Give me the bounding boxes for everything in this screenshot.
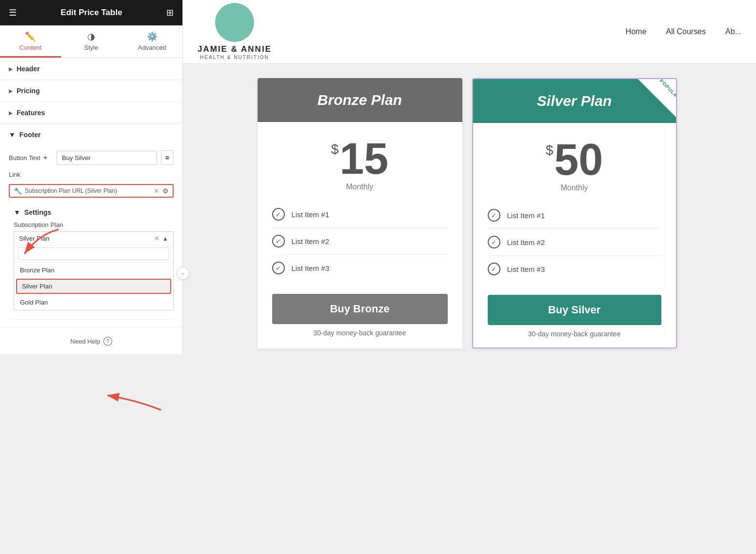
panel-collapse-button[interactable]: ‹ [177,267,189,280]
dropdown-item-gold[interactable]: Gold Plan [14,295,173,310]
bronze-price-amount: $ 15 [331,137,389,181]
footer-body: Button Text ✦ ≡ Link 🔧 Subscription Plan… [0,145,182,328]
bronze-price-number: 15 [339,137,388,181]
silver-feature-3-text: List Item #3 [507,265,545,273]
panel-title: Edit Price Table [60,8,122,18]
bronze-feature-3: ✓ List Item #3 [272,255,448,281]
settings-header[interactable]: ▼ Settings [9,204,174,221]
silver-feature-3: ✓ List Item #3 [488,256,661,282]
check-icon: ✓ [488,263,500,275]
check-icon: ✓ [272,208,285,221]
header-label: Header [17,65,40,73]
settings-body: Subscription Plan Silver Plan ✕ ▲ [9,221,174,319]
bronze-dollar-sign: $ [331,142,339,157]
grid-icon[interactable]: ⊞ [166,7,174,18]
dropdown-search-input[interactable] [18,247,169,260]
pricing-label: Pricing [17,87,40,95]
right-content: JAMIE & ANNIE HEALTH & NUTRITION Home Al… [183,0,756,554]
nav-courses[interactable]: All Courses [666,27,706,36]
silver-feature-2: ✓ List Item #2 [488,229,661,256]
select-top[interactable]: Silver Plan ✕ ▲ [14,232,173,245]
dropdown-search [14,245,173,262]
dropdown-item-bronze[interactable]: Bronze Plan [14,263,173,278]
header-arrow-icon: ▶ [9,66,13,72]
silver-dollar-sign: $ [546,143,554,158]
panel-content: ▶ Header ▶ Pricing ▶ Features ▼ Footer [0,58,182,354]
settings-section: ▼ Settings Subscription Plan Silver Plan… [9,204,174,320]
align-button[interactable]: ≡ [161,150,174,165]
button-text-label: Button Text ✦ [9,154,53,162]
silver-features: ✓ List Item #1 ✓ List Item #2 ✓ List Ite… [473,197,676,287]
tab-content[interactable]: ✏️ Content [0,25,61,58]
logo-name: JAMIE & ANNIE [198,44,272,55]
bronze-features: ✓ List Item #1 ✓ List Item #2 ✓ List Ite… [258,196,462,286]
link-label-row: Link [9,171,174,178]
site-nav: JAMIE & ANNIE HEALTH & NUTRITION Home Al… [183,0,756,63]
settings-arrow-icon: ▼ [14,208,20,216]
site-logo: JAMIE & ANNIE HEALTH & NUTRITION [198,3,272,60]
price-table-area: Bronze Plan $ 15 Monthly ✓ List Item #1 … [183,63,756,363]
tab-advanced[interactable]: ⚙️ Advanced [121,25,182,58]
link-clear-button[interactable]: ✕ [154,187,159,195]
check-icon: ✓ [272,235,285,247]
silver-feature-1: ✓ List Item #1 [488,202,661,229]
link-settings-button[interactable]: ⚙ [162,187,169,195]
bronze-feature-1-text: List Item #1 [292,210,330,219]
check-icon: ✓ [272,262,285,274]
help-icon: ? [103,337,112,346]
select-arrow-icon[interactable]: ▲ [162,235,168,242]
nav-home[interactable]: Home [626,27,647,36]
tab-bar: ✏️ Content ◑ Style ⚙️ Advanced [0,25,182,58]
silver-price-period: Monthly [483,184,666,192]
bronze-price-period: Monthly [267,183,453,191]
dropdown-list: Bronze Plan Silver Plan Gold Plan [14,262,173,310]
bronze-feature-2: ✓ List Item #2 [272,228,448,255]
nav-links: Home All Courses Ab... [626,27,741,36]
section-header[interactable]: ▶ Header [0,58,182,80]
selected-value: Silver Plan [19,235,151,242]
nav-about[interactable]: Ab... [725,27,741,36]
section-features[interactable]: ▶ Features [0,102,182,124]
footer-arrow-icon: ▼ [9,131,16,139]
select-clear-icon[interactable]: ✕ [154,235,159,242]
tab-advanced-label: Advanced [138,44,166,51]
tab-content-label: Content [20,44,42,51]
silver-card-pricing: $ 50 Monthly [473,123,676,197]
buy-bronze-button[interactable]: Buy Bronze [272,294,448,324]
features-arrow-icon: ▶ [9,110,13,116]
bronze-guarantee: 30-day money-back guarantee [314,329,406,337]
section-pricing[interactable]: ▶ Pricing [0,80,182,102]
style-icon: ◑ [87,31,95,42]
subscription-plan-select[interactable]: Silver Plan ✕ ▲ Bronze Plan [14,231,174,310]
silver-price-number: 50 [554,138,603,182]
pencil-icon: ✏️ [25,31,36,42]
dropdown-item-silver[interactable]: Silver Plan [16,279,171,294]
silver-plan-card: Silver Plan POPULAR $ 50 Monthly ✓ List … [472,78,677,349]
bronze-card-pricing: $ 15 Monthly [258,122,462,196]
silver-price-amount: $ 50 [546,138,603,182]
hamburger-icon[interactable]: ☰ [9,7,17,18]
bronze-plan-card: Bronze Plan $ 15 Monthly ✓ List Item #1 … [258,78,462,349]
need-help[interactable]: Need Help ? [0,328,182,354]
button-text-input[interactable] [57,151,157,165]
pricing-arrow-icon: ▶ [9,88,13,94]
bronze-plan-name: Bronze Plan [318,92,402,108]
link-field-text: Subscription Plan URL (Silver Plan) [25,187,151,194]
silver-card-footer: Buy Silver 30-day money-back guarantee [473,287,676,348]
button-text-row: Button Text ✦ ≡ [9,150,174,165]
tab-style[interactable]: ◑ Style [61,25,122,58]
footer-label: Footer [20,131,41,139]
left-panel: ☰ Edit Price Table ⊞ ✏️ Content ◑ Style … [0,0,183,354]
gear-icon: ⚙️ [147,31,158,42]
link-field-container[interactable]: 🔧 Subscription Plan URL (Silver Plan) ✕ … [9,184,174,198]
logo-sub: HEALTH & NUTRITION [200,55,269,60]
footer-header[interactable]: ▼ Footer [0,124,182,145]
silver-card-header: Silver Plan POPULAR [473,79,676,123]
arrow-annotation-2 [78,371,166,415]
need-help-text: Need Help [70,338,100,345]
link-dynamic-icon: 🔧 [14,187,22,195]
buy-silver-button[interactable]: Buy Silver [488,295,661,325]
logo-circle [215,3,254,42]
bronze-feature-2-text: List Item #2 [292,237,330,246]
top-bar: ☰ Edit Price Table ⊞ [0,0,182,25]
